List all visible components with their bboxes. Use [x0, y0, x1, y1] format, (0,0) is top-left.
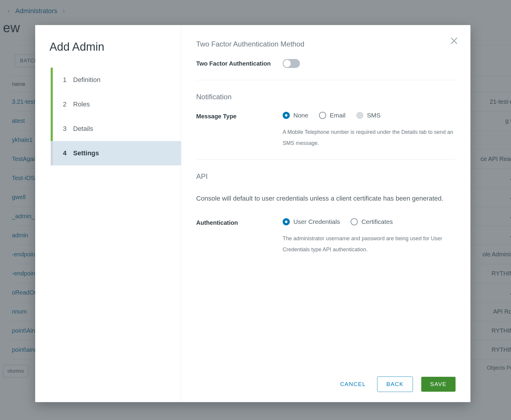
- message-type-label: Message Type: [196, 112, 274, 120]
- radio-label: Certificates: [361, 218, 393, 225]
- authentication-radio-group: User Credentials Certificates: [283, 218, 456, 225]
- step-label: Details: [73, 125, 93, 133]
- modal-footer: CANCEL BACK SAVE: [196, 376, 456, 392]
- cancel-button[interactable]: CANCEL: [337, 377, 369, 392]
- radio-label: User Credentials: [293, 218, 340, 225]
- radio-icon: [319, 112, 326, 119]
- authentication-helper-text: The administrator username and password …: [283, 233, 456, 255]
- radio-icon: [283, 218, 290, 225]
- radio-none[interactable]: None: [283, 112, 308, 119]
- toggle-knob: [284, 60, 291, 67]
- step-number: 3: [63, 125, 66, 133]
- section-heading-api: API: [196, 172, 456, 181]
- section-heading-2fa: Two Factor Authentication Method: [196, 40, 456, 48]
- radio-icon: [351, 218, 358, 225]
- two-factor-label: Two Factor Authentication: [196, 59, 274, 67]
- step-label: Settings: [73, 149, 99, 157]
- message-type-radio-group: None Email SMS: [283, 112, 456, 119]
- step-label: Roles: [73, 100, 90, 108]
- back-button[interactable]: BACK: [377, 376, 413, 392]
- step-number: 4: [63, 149, 66, 157]
- add-admin-modal: Add Admin 1 Definition 2 Roles 3 Details…: [35, 25, 470, 402]
- wizard-step-settings[interactable]: 4 Settings: [51, 141, 181, 165]
- close-icon[interactable]: [449, 36, 459, 46]
- modal-sidebar: Add Admin 1 Definition 2 Roles 3 Details…: [35, 25, 181, 402]
- radio-icon: [356, 112, 363, 119]
- step-number: 1: [63, 76, 66, 84]
- wizard-step-details[interactable]: 3 Details: [51, 117, 181, 141]
- radio-sms[interactable]: SMS: [356, 112, 381, 119]
- notification-helper-text: A Mobile Telephone number is required un…: [283, 127, 456, 149]
- modal-content: Two Factor Authentication Method Two Fac…: [181, 25, 470, 402]
- section-heading-notification: Notification: [196, 93, 456, 101]
- radio-label: None: [293, 112, 308, 119]
- modal-title: Add Admin: [49, 41, 181, 53]
- api-description: Console will default to user credentials…: [196, 191, 456, 206]
- radio-user-credentials[interactable]: User Credentials: [283, 218, 340, 225]
- radio-icon: [283, 112, 290, 119]
- two-factor-toggle[interactable]: [283, 59, 300, 68]
- step-number: 2: [63, 100, 66, 108]
- radio-certificates[interactable]: Certificates: [351, 218, 393, 225]
- step-label: Definition: [73, 76, 100, 84]
- radio-label: SMS: [367, 112, 381, 119]
- radio-email[interactable]: Email: [319, 112, 346, 119]
- radio-label: Email: [330, 112, 346, 119]
- save-button[interactable]: SAVE: [421, 377, 456, 392]
- authentication-label: Authentication: [196, 218, 274, 226]
- wizard-step-roles[interactable]: 2 Roles: [51, 92, 181, 117]
- wizard-step-definition[interactable]: 1 Definition: [51, 68, 181, 92]
